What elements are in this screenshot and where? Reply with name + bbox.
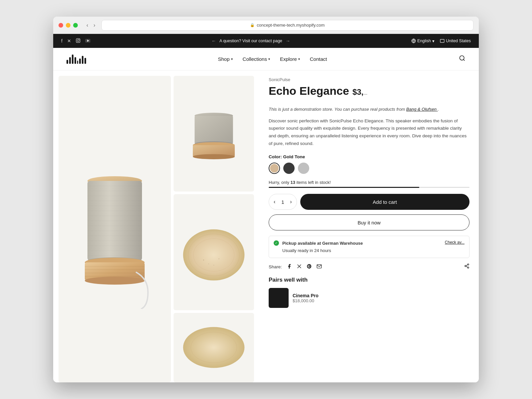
svg-line-9 xyxy=(464,60,465,61)
nav-contact[interactable]: Contact xyxy=(310,56,327,62)
explore-chevron-icon: ▾ xyxy=(298,57,300,61)
svg-point-46 xyxy=(218,258,219,259)
check-availability-link[interactable]: Check av... xyxy=(445,240,465,245)
region-label: United States xyxy=(446,39,471,43)
logo-bars-icon xyxy=(66,55,86,64)
more-share-icon[interactable] xyxy=(464,263,469,270)
top-bar: f ✕ ← A question? Visit our contact page… xyxy=(53,34,479,48)
pair-name: Cinema Pro xyxy=(293,293,469,298)
qty-value: 1 xyxy=(279,199,287,205)
demo-notice: This is just a demonstration store. You … xyxy=(269,106,469,113)
traffic-light-close[interactable] xyxy=(59,23,63,28)
svg-point-40 xyxy=(193,154,235,159)
stock-bar-fill xyxy=(269,187,419,188)
topbar-next-arrow[interactable]: → xyxy=(286,38,290,44)
color-swatch-silver[interactable] xyxy=(298,163,309,174)
qty-increase-button[interactable]: › xyxy=(287,194,295,209)
product-description: Discover sonic perfection with SonicPuls… xyxy=(269,117,469,148)
color-swatch-gold[interactable] xyxy=(269,163,280,174)
language-label: English xyxy=(417,39,431,43)
main-product-image xyxy=(59,76,171,382)
traffic-light-minimize[interactable] xyxy=(66,23,70,28)
svg-point-45 xyxy=(208,263,209,264)
svg-point-50 xyxy=(467,264,469,265)
pickup-text: Pickup available at German Warehouse Usu… xyxy=(282,240,363,254)
page-content: SonicPulse Echo Elegance $3,... This is … xyxy=(53,70,479,382)
svg-point-34 xyxy=(85,277,145,285)
speaker-main-svg xyxy=(71,149,158,309)
svg-rect-7 xyxy=(440,39,444,42)
twitter-x-icon[interactable]: ✕ xyxy=(67,38,71,44)
language-selector[interactable]: English ▾ xyxy=(411,39,435,44)
add-to-cart-button[interactable]: Add to cart xyxy=(300,194,469,210)
topbar-prev-arrow[interactable]: ← xyxy=(211,38,216,44)
top-bar-center: ← A question? Visit our contact page → xyxy=(211,38,290,44)
collections-chevron-icon: ▾ xyxy=(268,57,270,61)
svg-point-2 xyxy=(79,39,79,40)
share-email-icon[interactable] xyxy=(317,264,322,270)
shop-chevron-icon: ▾ xyxy=(231,57,233,61)
url-text: concept-theme-tech.myshopify.com xyxy=(257,23,325,28)
bang-olufsen-link[interactable]: Bang & Olufsen xyxy=(406,107,438,112)
product-price: $3,... xyxy=(352,87,367,97)
nav-explore[interactable]: Explore ▾ xyxy=(280,56,300,62)
color-selection: Color: Gold Tone xyxy=(269,154,469,174)
instagram-icon[interactable] xyxy=(76,38,80,44)
color-swatch-dark[interactable] xyxy=(283,163,295,174)
stock-progress-bar xyxy=(269,187,469,188)
region-selector[interactable]: United States xyxy=(440,39,471,43)
facebook-icon[interactable]: f xyxy=(61,38,63,44)
site-logo[interactable] xyxy=(66,55,86,64)
side-images-column xyxy=(174,76,254,382)
svg-point-48 xyxy=(183,327,245,368)
add-to-cart-row: ‹ 1 › Add to cart xyxy=(269,194,469,210)
share-label: Share: xyxy=(269,264,282,269)
share-twitter-icon[interactable] xyxy=(297,264,302,270)
youtube-icon[interactable] xyxy=(85,38,90,44)
pair-thumbnail xyxy=(269,288,289,308)
browser-forward-button[interactable]: › xyxy=(91,21,97,30)
nav-collections[interactable]: Collections ▾ xyxy=(243,56,270,62)
social-icons: f ✕ xyxy=(61,38,90,44)
nav-links: Shop ▾ Collections ▾ Explore ▾ Contact xyxy=(218,56,327,62)
search-icon[interactable] xyxy=(459,55,466,63)
buy-now-button[interactable]: Buy it now xyxy=(269,214,469,230)
pair-price: $18,000.00 xyxy=(293,298,469,303)
quantity-stepper: ‹ 1 › xyxy=(269,194,297,210)
traffic-light-maximize[interactable] xyxy=(73,23,78,28)
pair-item: Cinema Pro $18,000.00 xyxy=(269,288,469,308)
pickup-available-icon: ✓ xyxy=(274,240,279,246)
announcement-text: A question? Visit our contact page xyxy=(219,39,282,43)
share-pinterest-icon[interactable] xyxy=(307,264,312,270)
product-images-section xyxy=(53,70,259,382)
svg-point-8 xyxy=(460,56,464,60)
side-image-top xyxy=(174,76,254,192)
svg-line-54 xyxy=(466,265,468,266)
address-bar[interactable]: 🔒 concept-theme-tech.myshopify.com xyxy=(101,20,473,31)
plate-detail-svg xyxy=(181,219,247,286)
svg-point-47 xyxy=(213,265,214,265)
share-row: Share: xyxy=(269,263,469,270)
product-brand: SonicPulse xyxy=(269,77,469,82)
qty-decrease-button[interactable]: ‹ xyxy=(270,194,279,209)
svg-rect-0 xyxy=(76,39,80,43)
browser-window: ‹ › 🔒 concept-theme-tech.myshopify.com f… xyxy=(53,17,479,382)
browser-nav-buttons: ‹ › xyxy=(84,21,97,30)
svg-rect-36 xyxy=(195,116,233,144)
pickup-notice: ✓ Pickup available at German Warehouse U… xyxy=(269,236,469,258)
browser-back-button[interactable]: ‹ xyxy=(84,21,90,30)
nav-shop[interactable]: Shop ▾ xyxy=(218,56,233,62)
product-title: Echo Elegance xyxy=(269,84,349,98)
svg-point-52 xyxy=(467,267,469,268)
side-image-bottom xyxy=(174,194,254,310)
speaker-top-view-svg xyxy=(181,100,247,167)
svg-line-53 xyxy=(466,266,468,267)
pairs-title: Pairs well with xyxy=(269,277,469,283)
share-facebook-icon[interactable] xyxy=(287,264,292,270)
pair-info: Cinema Pro $18,000.00 xyxy=(293,293,469,303)
plate-partial-svg xyxy=(181,326,247,369)
side-image-third xyxy=(174,313,254,382)
main-navigation: Shop ▾ Collections ▾ Explore ▾ Contact xyxy=(53,48,479,70)
svg-point-51 xyxy=(465,265,466,267)
svg-point-1 xyxy=(77,40,79,42)
